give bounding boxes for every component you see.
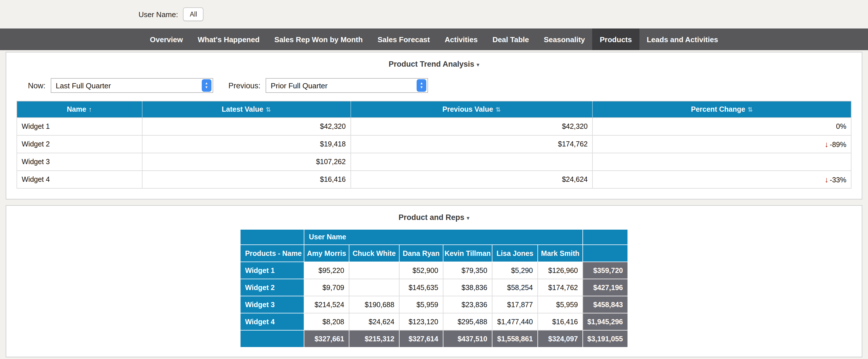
column-header-previous-value[interactable]: Previous Value⇅ (350, 101, 592, 118)
previous-select[interactable]: Prior Full Quarter ▲ ▼ (266, 78, 428, 93)
pivot-value-cell: $5,290 (492, 262, 538, 279)
pivot-value-cell: $95,220 (304, 262, 349, 279)
latest-value-cell: $107,262 (142, 153, 350, 171)
latest-value-cell: $19,418 (142, 135, 350, 153)
now-select-value: Last Full Quarter (56, 81, 111, 90)
sort-both-icon: ⇅ (747, 106, 752, 113)
now-select[interactable]: Last Full Quarter ▲ ▼ (51, 78, 213, 93)
pivot-value-cell: $190,688 (349, 296, 399, 313)
pivot-column-header-lisa-jones: Lisa Jones (492, 245, 538, 262)
pivot-panel-title[interactable]: Product and Reps▾ (6, 206, 862, 227)
sort-both-icon: ⇅ (266, 106, 271, 113)
trend-panel-title[interactable]: Product Trend Analysis▾ (6, 53, 862, 73)
product-name-cell: Widget 3 (17, 153, 142, 171)
select-stepper-icon: ▲ ▼ (202, 79, 212, 92)
column-header-label: Previous Value (442, 105, 493, 113)
pivot-totals-row: $327,661$215,312$327,614$437,510$1,558,8… (240, 330, 628, 347)
column-header-label: Latest Value (222, 105, 263, 113)
previous-select-value: Prior Full Quarter (271, 81, 328, 90)
column-header-latest-value[interactable]: Latest Value⇅ (142, 101, 350, 118)
sort-asc-icon: ↑ (89, 105, 92, 113)
column-header-label: Name (67, 105, 86, 113)
column-header-percent-change[interactable]: Percent Change⇅ (592, 101, 851, 118)
select-stepper-icon: ▲ ▼ (416, 79, 426, 92)
tab-overview[interactable]: Overview (143, 29, 190, 50)
percent-change-cell: 0% (592, 118, 851, 135)
tab-seasonality[interactable]: Seasonality (536, 29, 592, 50)
pivot-column-total-cell: $1,558,861 (492, 330, 538, 347)
previous-value-cell: $42,320 (350, 118, 592, 135)
caret-down-icon: ▾ (476, 62, 479, 68)
now-label: Now: (28, 81, 45, 90)
nav-tabs: OverviewWhat's HappenedSales Rep Won by … (143, 29, 725, 50)
pivot-data-row: Widget 3$214,524$190,688$5,959$23,836$17… (240, 296, 628, 313)
pivot-grand-total-cell: $3,191,055 (583, 330, 628, 347)
pivot-value-cell: $9,709 (304, 279, 349, 296)
pivot-value-cell: $5,959 (399, 296, 443, 313)
user-filter-dropdown[interactable]: All (183, 7, 204, 21)
product-name-cell: Widget 4 (17, 171, 142, 188)
stepper-up-icon: ▲ (420, 81, 423, 86)
pivot-column-header-kevin-tillman: Kevin Tillman (443, 245, 492, 262)
top-filter-bar: User Name: All (0, 0, 868, 29)
previous-label: Previous: (228, 81, 261, 90)
pivot-column-header-chuck-white: Chuck White (349, 245, 399, 262)
tab-sales-forecast[interactable]: Sales Forecast (370, 29, 437, 50)
pivot-column-header-dana-ryan: Dana Ryan (399, 245, 443, 262)
stepper-down-icon: ▼ (205, 86, 208, 90)
pivot-value-cell: $295,488 (443, 313, 492, 330)
pivot-corner-cell (240, 229, 304, 245)
previous-value-cell: $174,762 (350, 135, 592, 153)
trend-controls: Now: Last Full Quarter ▲ ▼ Previous: Pri… (28, 78, 862, 93)
pivot-row-total-cell: $359,720 (583, 262, 628, 279)
table-row: Widget 2$19,418$174,762↓-89% (17, 135, 851, 153)
pivot-group-header-cell: User Name (304, 229, 583, 245)
tab-products[interactable]: Products (592, 29, 640, 50)
table-row: Widget 4$16,416$24,624↓-33% (17, 171, 851, 188)
tab-deal-table[interactable]: Deal Table (485, 29, 536, 50)
latest-value-cell: $16,416 (142, 171, 350, 188)
column-header-name[interactable]: Name↑ (17, 101, 142, 118)
pivot-value-cell: $38,836 (443, 279, 492, 296)
tab-what-s-happened[interactable]: What's Happened (190, 29, 267, 50)
percent-change-cell: ↓-33% (592, 171, 851, 188)
previous-value-cell: $24,624 (350, 171, 592, 188)
tab-leads-and-activities[interactable]: Leads and Activities (639, 29, 725, 50)
pivot-column-header-row: Products - NameAmy MorrisChuck WhiteDana… (240, 245, 628, 262)
pivot-row-header-cell: Widget 2 (240, 279, 304, 296)
pivot-value-cell (349, 279, 399, 296)
pivot-value-cell: $58,254 (492, 279, 538, 296)
down-arrow-icon: ↓ (825, 140, 829, 149)
stepper-up-icon: ▲ (205, 81, 208, 86)
previous-value-cell (350, 153, 592, 171)
pivot-column-total-cell: $437,510 (443, 330, 492, 347)
tab-activities[interactable]: Activities (437, 29, 485, 50)
trend-table: Name↑ Latest Value⇅ Previous Value⇅ Perc… (17, 101, 851, 189)
table-row: Widget 3$107,262 (17, 153, 851, 171)
pivot-panel-title-text: Product and Reps (398, 213, 464, 222)
tab-sales-rep-won-by-month[interactable]: Sales Rep Won by Month (267, 29, 370, 50)
pivot-row-header-cell: Widget 4 (240, 313, 304, 330)
percent-change-cell: ↓-89% (592, 135, 851, 153)
pivot-column-total-cell: $324,097 (538, 330, 583, 347)
pivot-row-header-cell: Widget 1 (240, 262, 304, 279)
pivot-corner-cell (583, 229, 628, 245)
pivot-row-total-cell: $458,843 (583, 296, 628, 313)
pivot-value-cell: $145,635 (399, 279, 443, 296)
sort-both-icon: ⇅ (495, 106, 500, 113)
product-name-cell: Widget 2 (17, 135, 142, 153)
pivot-table: User NameProducts - NameAmy MorrisChuck … (240, 229, 628, 348)
pivot-value-cell: $5,959 (538, 296, 583, 313)
pivot-data-row: Widget 4$8,208$24,624$123,120$295,488$1,… (240, 313, 628, 330)
trend-panel-title-text: Product Trend Analysis (389, 60, 474, 68)
pivot-data-row: Widget 1$95,220$52,900$79,350$5,290$126,… (240, 262, 628, 279)
down-arrow-icon: ↓ (825, 175, 829, 184)
pivot-column-header-mark-smith: Mark Smith (538, 245, 583, 262)
pivot-value-cell: $214,524 (304, 296, 349, 313)
product-reps-panel: Product and Reps▾ User NameProducts - Na… (6, 205, 862, 357)
pivot-data-row: Widget 2$9,709$145,635$38,836$58,254$174… (240, 279, 628, 296)
pivot-value-cell: $79,350 (443, 262, 492, 279)
pivot-value-cell: $126,960 (538, 262, 583, 279)
pivot-column-total-cell: $327,614 (399, 330, 443, 347)
pivot-row-total-cell: $1,945,296 (583, 313, 628, 330)
